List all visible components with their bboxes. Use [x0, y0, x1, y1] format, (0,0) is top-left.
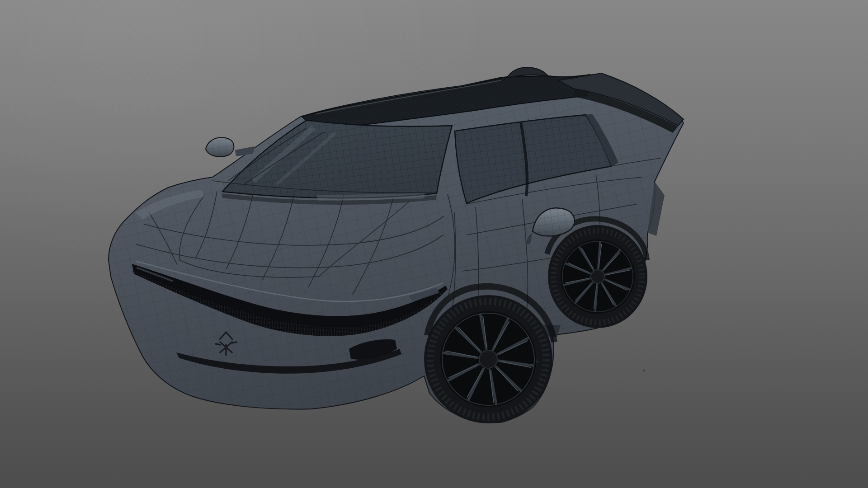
- 3d-viewport[interactable]: [0, 0, 868, 488]
- background-speck: [643, 370, 646, 372]
- front-wheel: [424, 286, 554, 423]
- background-speck: [536, 361, 538, 362]
- car-wireframe-model[interactable]: [0, 0, 868, 488]
- windshield: [222, 120, 452, 205]
- left-mirror: [206, 137, 254, 157]
